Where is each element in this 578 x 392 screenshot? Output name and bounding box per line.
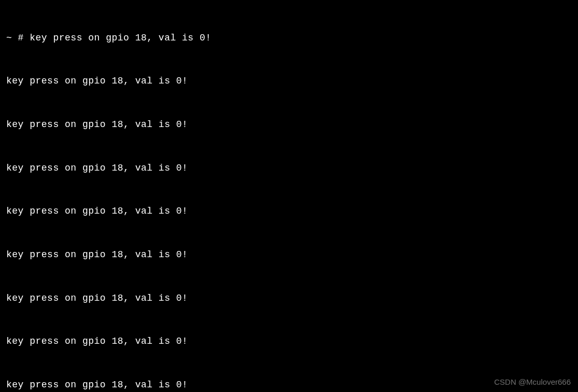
shell-command: key press on gpio 18, val is 0! <box>30 33 211 43</box>
terminal-output-line: key press on gpio 18, val is 0! <box>6 74 578 89</box>
shell-prompt: ~ # <box>6 33 30 43</box>
terminal-output-line: key press on gpio 18, val is 0! <box>6 161 578 176</box>
terminal-output-line: key press on gpio 18, val is 0! <box>6 291 578 306</box>
terminal-output-line: key press on gpio 18, val is 0! <box>6 118 578 132</box>
terminal-command-line: ~ # key press on gpio 18, val is 0! <box>6 31 578 46</box>
terminal-output-line: key press on gpio 18, val is 0! <box>6 334 578 349</box>
terminal-output-line: key press on gpio 18, val is 0! <box>6 204 578 219</box>
terminal-output[interactable]: ~ # key press on gpio 18, val is 0! key … <box>6 2 578 392</box>
terminal-output-line: key press on gpio 18, val is 0! <box>6 248 578 262</box>
terminal-output-line: key press on gpio 18, val is 0! <box>6 378 578 392</box>
watermark-text: CSDN @Mculover666 <box>494 376 571 388</box>
